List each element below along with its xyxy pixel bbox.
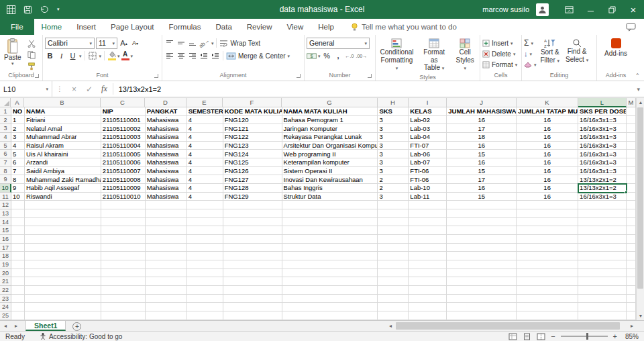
cell-B13[interactable] xyxy=(25,209,101,218)
underline-button[interactable]: U xyxy=(68,51,78,61)
cut-icon[interactable] xyxy=(25,39,38,48)
comma-style-icon[interactable]: , xyxy=(333,51,343,61)
tell-me-box[interactable]: Tell me what you want to do xyxy=(351,19,457,35)
decrease-indent-icon[interactable] xyxy=(199,51,209,61)
cell-L9[interactable]: 13/13x2x1=2 xyxy=(578,175,627,184)
cell-F20[interactable] xyxy=(223,269,282,278)
vertical-scrollbar-thumb[interactable] xyxy=(637,107,643,289)
accounting-format-icon[interactable]: $ xyxy=(307,51,317,61)
cell-A18[interactable] xyxy=(11,252,25,260)
cell-G24[interactable] xyxy=(282,303,378,311)
column-header-L[interactable]: L xyxy=(578,98,627,107)
cell-D17[interactable] xyxy=(146,244,187,252)
cell-C22[interactable] xyxy=(101,286,146,295)
cell-L20[interactable] xyxy=(578,269,627,278)
align-left-icon[interactable] xyxy=(164,51,174,61)
row-header-12[interactable]: 12 xyxy=(0,201,11,209)
cell-K21[interactable] xyxy=(517,277,578,286)
select-all-button[interactable] xyxy=(0,98,11,107)
cell-A17[interactable] xyxy=(11,244,25,252)
cell-E6[interactable]: 4 xyxy=(187,150,223,158)
cell-I16[interactable] xyxy=(409,235,447,244)
cell-I3[interactable]: Lab-03 xyxy=(409,124,447,133)
row-header-9[interactable]: 9 xyxy=(0,175,11,184)
cell-L22[interactable] xyxy=(578,286,627,295)
cell-C17[interactable] xyxy=(101,244,146,252)
row-header-15[interactable]: 15 xyxy=(0,226,11,235)
cell-K18[interactable] xyxy=(517,252,578,260)
formula-input[interactable]: 13/13x2x1=2 xyxy=(115,81,633,97)
cell-A15[interactable] xyxy=(11,226,25,235)
cell-D6[interactable]: Mahasiswa xyxy=(146,150,187,158)
cell-C6[interactable]: 21105110005 xyxy=(101,150,146,158)
format-cells-button[interactable]: Format▾ xyxy=(482,60,517,69)
cell-I11[interactable]: Lab-11 xyxy=(409,193,447,201)
cell-H18[interactable] xyxy=(378,252,409,260)
cell-H17[interactable] xyxy=(378,244,409,252)
cell-F1[interactable]: KODE MATA KULIAH xyxy=(223,107,282,116)
cell-I18[interactable] xyxy=(409,252,447,260)
cell-J13[interactable] xyxy=(447,209,517,218)
cell-I2[interactable]: Lab-02 xyxy=(409,116,447,125)
scroll-down-icon[interactable]: ▼ xyxy=(637,311,644,320)
align-center-icon[interactable] xyxy=(176,51,186,61)
cell-F3[interactable]: FNG121 xyxy=(223,124,282,133)
cell-C23[interactable] xyxy=(101,295,146,303)
cell-F13[interactable] xyxy=(223,209,282,218)
align-middle-icon[interactable] xyxy=(176,38,186,48)
cell-F16[interactable] xyxy=(223,235,282,244)
zoom-slider[interactable] xyxy=(561,336,608,337)
row-header-16[interactable]: 16 xyxy=(0,235,11,244)
cell-C21[interactable] xyxy=(101,277,146,286)
cell-F17[interactable] xyxy=(223,244,282,252)
cell-I19[interactable] xyxy=(409,260,447,269)
cell-K7[interactable]: 16 xyxy=(517,158,578,167)
cell-J4[interactable]: 18 xyxy=(447,133,517,142)
scroll-right-icon[interactable]: ▸ xyxy=(628,321,636,331)
cell-I8[interactable]: FTI-06 xyxy=(409,167,447,176)
cell-D10[interactable]: Mahasiswa xyxy=(146,184,187,193)
cell-J24[interactable] xyxy=(447,303,517,311)
cell-A16[interactable] xyxy=(11,235,25,244)
sheet-nav-right-icon[interactable]: ▸ xyxy=(11,321,21,331)
row-header-10[interactable]: 10 xyxy=(0,184,11,193)
zoom-out-button[interactable]: − xyxy=(551,332,555,340)
cell-B10[interactable]: Habib Aqil Assegaf xyxy=(25,184,101,193)
cell-G10[interactable]: Bahas Inggris xyxy=(282,184,378,193)
cell-I6[interactable]: Lab-06 xyxy=(409,150,447,158)
cell-D14[interactable] xyxy=(146,218,187,227)
cell-I17[interactable] xyxy=(409,244,447,252)
cell-K20[interactable] xyxy=(517,269,578,278)
increase-indent-icon[interactable] xyxy=(210,51,220,61)
cell-I21[interactable] xyxy=(409,277,447,286)
cell-E11[interactable]: 4 xyxy=(187,193,223,201)
tab-file[interactable]: File xyxy=(0,19,34,35)
cell-K1[interactable]: JUMLAH TATAP MUKA xyxy=(517,107,578,116)
cell-F21[interactable] xyxy=(223,277,282,286)
merge-center-button[interactable]: Merge & Center ▾ xyxy=(226,51,290,60)
cell-M7[interactable] xyxy=(627,158,636,167)
cell-M13[interactable] xyxy=(627,209,636,218)
fill-color-icon[interactable] xyxy=(107,51,116,60)
cell-A22[interactable] xyxy=(11,286,25,295)
cell-C18[interactable] xyxy=(101,252,146,260)
increase-decimal-icon[interactable]: ←.0 xyxy=(345,51,355,61)
accessibility-status[interactable]: Accessibility: Good to go xyxy=(40,333,123,340)
cell-G22[interactable] xyxy=(282,286,378,295)
add-sheet-button[interactable]: + xyxy=(72,322,81,331)
cell-K25[interactable] xyxy=(517,311,578,320)
cell-A11[interactable]: 10 xyxy=(11,193,25,201)
dialog-launcher-icon[interactable] xyxy=(154,74,158,78)
cell-K15[interactable] xyxy=(517,226,578,235)
cell-F11[interactable]: FNG129 xyxy=(223,193,282,201)
cell-D15[interactable] xyxy=(146,226,187,235)
row-header-24[interactable]: 24 xyxy=(0,303,11,311)
cell-F2[interactable]: FNG120 xyxy=(223,116,282,125)
row-header-20[interactable]: 20 xyxy=(0,269,11,278)
cell-C24[interactable] xyxy=(101,303,146,311)
cell-L1[interactable]: SKS PER DOSEN xyxy=(578,107,627,116)
cell-C4[interactable]: 21105110003 xyxy=(101,133,146,142)
tab-review[interactable]: Review xyxy=(239,19,280,35)
decrease-decimal-icon[interactable]: .00→ xyxy=(356,51,368,61)
align-right-icon[interactable] xyxy=(187,51,197,61)
